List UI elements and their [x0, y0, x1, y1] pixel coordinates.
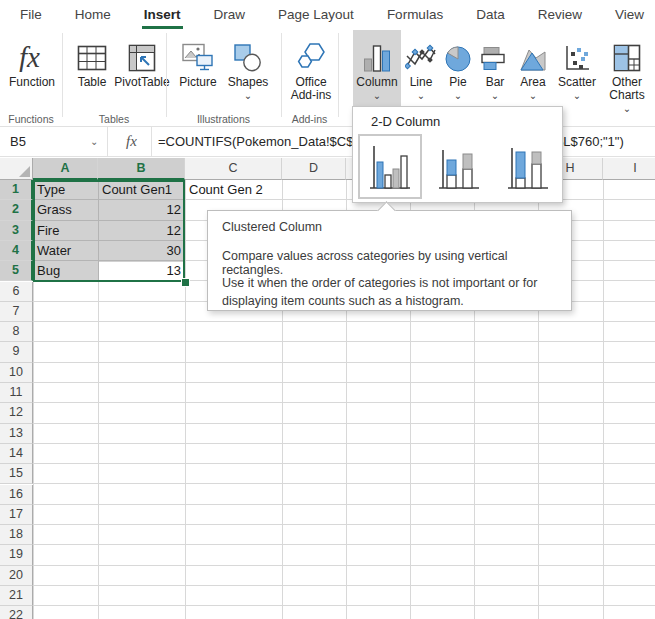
line-chart-icon	[405, 38, 437, 72]
row-header-11[interactable]: 11	[0, 383, 33, 403]
chevron-down-icon: ⌄	[373, 92, 381, 99]
tooltip-usage: Use it when the order of categories is n…	[222, 274, 574, 310]
clustered-column-option[interactable]	[358, 134, 422, 199]
ribbon-separator	[281, 33, 282, 117]
table-button[interactable]: Table	[68, 30, 116, 112]
row-header-13[interactable]: 13	[0, 424, 33, 444]
shapes-icon	[234, 38, 262, 72]
row-header-10[interactable]: 10	[0, 363, 33, 383]
scatter-chart-button[interactable]: Scatter ⌄	[554, 30, 600, 112]
column-header-I[interactable]: I	[603, 158, 655, 180]
row-header-17[interactable]: 17	[0, 505, 33, 525]
pie-chart-button[interactable]: Pie ⌄	[441, 30, 475, 112]
tab-page-layout[interactable]: Page Layout	[276, 0, 356, 29]
row-header-18[interactable]: 18	[0, 525, 33, 545]
area-chart-icon	[518, 38, 548, 72]
column-chart-icon	[363, 38, 391, 72]
column-chart-button[interactable]: Column ⌄	[353, 30, 401, 112]
hundred-percent-stacked-column-icon	[505, 142, 551, 192]
chevron-down-icon: ⌄	[529, 92, 537, 99]
ribbon-separator	[166, 33, 167, 117]
row-header-9[interactable]: 9	[0, 342, 33, 362]
shapes-button[interactable]: Shapes ⌄	[222, 30, 274, 112]
ribbon-separator	[338, 33, 339, 117]
name-box[interactable]: B5 ⌄	[0, 127, 108, 156]
excel-window: File Home Insert Draw Page Layout Formul…	[0, 0, 655, 619]
chevron-down-icon[interactable]: ⌄	[90, 127, 98, 156]
chevron-down-icon: ⌄	[244, 92, 252, 99]
column-header-C[interactable]: C	[185, 158, 282, 180]
chevron-down-icon: ⌄	[454, 92, 462, 99]
insert-function-button[interactable]: fx	[112, 127, 152, 156]
chevron-down-icon: ⌄	[491, 92, 499, 99]
row-header-15[interactable]: 15	[0, 464, 33, 484]
tab-data[interactable]: Data	[474, 0, 507, 29]
ribbon-separator	[62, 33, 63, 117]
row-header-8[interactable]: 8	[0, 322, 33, 342]
fx-icon: fx	[15, 38, 49, 72]
fill-handle[interactable]	[181, 278, 190, 287]
column-header-D[interactable]: D	[282, 158, 346, 180]
picture-button[interactable]: Picture	[174, 30, 222, 112]
picture-icon	[182, 38, 214, 72]
row-header-12[interactable]: 12	[0, 403, 33, 423]
grid-line-vertical	[603, 180, 604, 619]
column-header-B[interactable]: B	[98, 158, 185, 180]
tab-review[interactable]: Review	[536, 0, 584, 29]
row-header-7[interactable]: 7	[0, 302, 33, 322]
stacked-column-icon	[436, 142, 482, 192]
group-label-tables: Tables	[62, 113, 166, 125]
row-header-16[interactable]: 16	[0, 485, 33, 505]
clustered-column-tooltip: Clustered Column Compare values across c…	[207, 210, 572, 311]
other-charts-button[interactable]: Other Charts⌄	[602, 30, 652, 112]
row-header-22[interactable]: 22	[0, 606, 33, 619]
column-header-A[interactable]: A	[33, 158, 98, 180]
dropdown-section-title: 2-D Column	[371, 114, 440, 129]
row-header-19[interactable]: 19	[0, 545, 33, 565]
office-addins-button[interactable]: Office Add-ins	[284, 30, 338, 112]
row-header-20[interactable]: 20	[0, 566, 33, 586]
hundred-percent-stacked-column-option[interactable]	[496, 134, 560, 199]
name-box-value: B5	[10, 134, 26, 149]
row-header-14[interactable]: 14	[0, 444, 33, 464]
formula-input[interactable]: =COUNTIFS(Pokemon_Data!$C$	[158, 127, 353, 156]
chevron-down-icon: ⌄	[417, 92, 425, 99]
bar-chart-icon	[481, 38, 509, 72]
row-header-1[interactable]: 1	[0, 180, 33, 200]
menu-bar: File Home Insert Draw Page Layout Formul…	[0, 0, 655, 29]
selection-border	[33, 180, 185, 282]
tab-formulas[interactable]: Formulas	[385, 0, 445, 29]
area-chart-button[interactable]: Area ⌄	[514, 30, 552, 112]
group-label-functions: Functions	[0, 113, 62, 125]
function-button[interactable]: fx Function	[4, 30, 60, 112]
line-chart-button[interactable]: Line ⌄	[404, 30, 438, 112]
other-charts-icon	[613, 38, 641, 72]
chevron-down-icon: ⌄	[623, 105, 631, 112]
pivottable-icon	[128, 38, 156, 72]
stacked-column-option[interactable]	[427, 134, 491, 199]
formula-input-tail[interactable]: $L$760;"1")	[556, 127, 624, 156]
group-label-illustrations: Illustrations	[166, 113, 281, 125]
tab-home[interactable]: Home	[73, 0, 113, 29]
table-icon	[77, 38, 107, 72]
row-header-21[interactable]: 21	[0, 586, 33, 606]
row-header-3[interactable]: 3	[0, 221, 33, 241]
tab-file[interactable]: File	[18, 0, 44, 29]
bar-chart-button[interactable]: Bar ⌄	[478, 30, 512, 112]
row-header-2[interactable]: 2	[0, 200, 33, 220]
chevron-down-icon: ⌄	[573, 92, 581, 99]
column-chart-dropdown: 2-D Column	[352, 106, 563, 203]
tab-insert[interactable]: Insert	[142, 0, 183, 29]
row-header-5[interactable]: 5	[0, 261, 33, 281]
scatter-chart-icon	[564, 38, 590, 72]
row-header-4[interactable]: 4	[0, 241, 33, 261]
clustered-column-icon	[367, 142, 413, 192]
svg-text:fx: fx	[19, 41, 40, 72]
tooltip-title: Clustered Column	[222, 220, 322, 234]
pivottable-button[interactable]: PivotTable	[116, 30, 168, 112]
grid-cell-C1[interactable]: Count Gen 2	[185, 180, 282, 200]
row-header-6[interactable]: 6	[0, 282, 33, 302]
tab-view[interactable]: View	[613, 0, 646, 29]
tab-draw[interactable]: Draw	[212, 0, 248, 29]
select-all-corner[interactable]	[0, 158, 33, 180]
